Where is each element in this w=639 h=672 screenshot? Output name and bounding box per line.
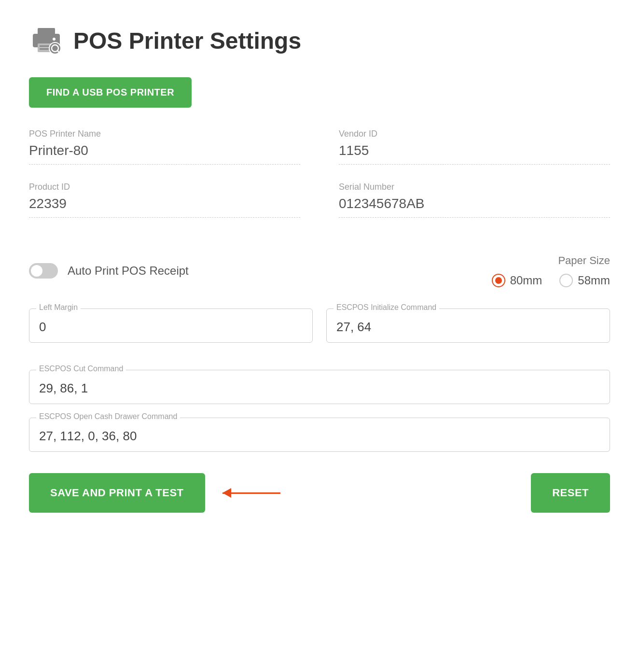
printer-search-icon xyxy=(29,23,64,58)
find-usb-printer-button[interactable]: FIND A USB POS PRINTER xyxy=(29,77,192,108)
page-title: POS Printer Settings xyxy=(73,28,301,54)
escpos-cash-field: ESCPOS Open Cash Drawer Command xyxy=(29,418,610,452)
vendor-id-label: Vendor ID xyxy=(339,129,610,139)
arrow-indicator xyxy=(222,492,280,494)
auto-print-section: Auto Print POS Receipt xyxy=(29,263,189,279)
page-header: POS Printer Settings xyxy=(29,23,610,58)
product-id-field: Product ID 22339 xyxy=(29,182,300,218)
printer-name-value: Printer-80 xyxy=(29,143,300,165)
left-margin-legend: Left Margin xyxy=(36,303,81,312)
escpos-init-input[interactable] xyxy=(336,318,600,335)
reset-button[interactable]: RESET xyxy=(531,473,610,513)
escpos-cash-legend: ESCPOS Open Cash Drawer Command xyxy=(36,412,180,421)
toggle-slider xyxy=(29,263,58,279)
radio-label-58mm: 58mm xyxy=(578,274,610,287)
radio-circle-58mm xyxy=(559,274,573,287)
left-margin-input[interactable] xyxy=(39,318,303,335)
svg-point-8 xyxy=(53,38,56,41)
radio-label-80mm: 80mm xyxy=(510,274,542,287)
escpos-cut-legend: ESCPOS Cut Command xyxy=(36,364,126,373)
radio-inner-80mm xyxy=(495,277,502,284)
printer-name-field: POS Printer Name Printer-80 xyxy=(29,129,300,165)
margin-init-row: Left Margin ESCPOS Initialize Command xyxy=(29,308,610,356)
escpos-init-field: ESCPOS Initialize Command xyxy=(326,308,610,343)
left-margin-field: Left Margin xyxy=(29,308,313,343)
paper-size-58mm-option[interactable]: 58mm xyxy=(559,274,610,287)
escpos-cut-input[interactable] xyxy=(39,379,600,396)
save-print-button[interactable]: SAVE AND PRINT A TEST xyxy=(29,473,205,513)
product-id-value: 22339 xyxy=(29,196,300,218)
save-print-section: SAVE AND PRINT A TEST xyxy=(29,473,280,513)
svg-rect-1 xyxy=(38,28,55,35)
bottom-buttons: SAVE AND PRINT A TEST RESET xyxy=(29,473,610,513)
paper-size-radio-group: 80mm 58mm xyxy=(492,274,610,287)
escpos-cash-input[interactable] xyxy=(39,427,600,444)
radio-circle-80mm xyxy=(492,274,505,287)
auto-print-toggle[interactable] xyxy=(29,263,58,279)
serial-number-field: Serial Number 012345678AB xyxy=(339,182,610,218)
printer-name-label: POS Printer Name xyxy=(29,129,300,139)
vendor-id-field: Vendor ID 1155 xyxy=(339,129,610,165)
paper-size-title: Paper Size xyxy=(558,254,610,267)
arrow-line xyxy=(222,492,280,494)
paper-size-section: Paper Size 80mm 58mm xyxy=(492,254,610,287)
product-id-label: Product ID xyxy=(29,182,300,192)
auto-print-label: Auto Print POS Receipt xyxy=(68,264,189,278)
options-row: Auto Print POS Receipt Paper Size 80mm 5… xyxy=(29,254,610,287)
serial-number-value: 012345678AB xyxy=(339,196,610,218)
escpos-cut-field: ESCPOS Cut Command xyxy=(29,370,610,404)
paper-size-80mm-option[interactable]: 80mm xyxy=(492,274,542,287)
printer-fields-grid: POS Printer Name Printer-80 Vendor ID 11… xyxy=(29,129,610,235)
serial-number-label: Serial Number xyxy=(339,182,610,192)
vendor-id-value: 1155 xyxy=(339,143,610,165)
svg-rect-4 xyxy=(40,48,49,50)
escpos-init-legend: ESCPOS Initialize Command xyxy=(333,303,439,312)
